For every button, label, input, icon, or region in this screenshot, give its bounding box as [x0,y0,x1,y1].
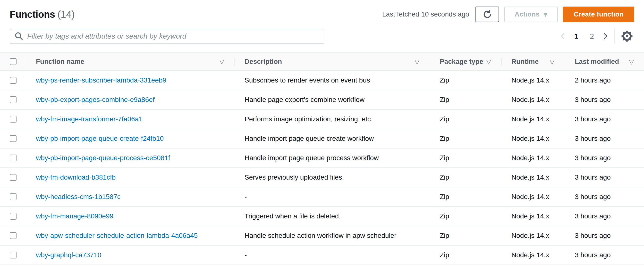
column-header-package-type[interactable]: Package type ▽ [430,53,501,70]
select-all-checkbox[interactable] [10,58,16,65]
function-name-link[interactable]: wby-pb-export-pages-combine-e9a86ef [36,96,155,103]
last-modified-cell: 3 hours ago [564,193,644,201]
search-input[interactable] [27,29,324,43]
column-header-description[interactable]: Description ▽ [234,53,430,70]
package-type-cell: Zip [430,96,501,104]
row-checkbox[interactable] [10,174,16,181]
page-number-2[interactable]: 2 [586,32,598,40]
functions-table: Function name ▽ Description ▽ Package ty… [0,52,644,265]
column-header-runtime[interactable]: Runtime ▽ [501,53,564,70]
last-modified-cell: 3 hours ago [564,251,644,259]
column-header-function-name[interactable]: Function name ▽ [26,53,234,70]
row-checkbox[interactable] [10,116,16,123]
row-checkbox-cell [0,71,26,90]
description-cell: Handle import page queue create workflow [234,135,430,142]
description-cell: Serves previously uploaded files. [234,174,430,181]
search-icon [14,31,24,41]
runtime-cell: Node.js 14.x [501,193,564,201]
function-name-link[interactable]: wby-pb-import-page-queue-create-f24fb10 [36,135,164,142]
row-checkbox-cell [0,90,26,109]
row-checkbox[interactable] [10,96,16,103]
table-row: wby-apw-scheduler-schedule-action-lambda… [0,226,644,246]
table-row: wby-fm-download-b381cfb Serves previousl… [0,168,644,187]
column-header-last-modified[interactable]: Last modified ▽ [564,53,644,70]
function-name-link[interactable]: wby-ps-render-subscriber-lambda-331eeb9 [36,76,166,84]
function-name-link[interactable]: wby-fm-manage-8090e99 [36,212,114,220]
description-cell: Handle page export's combine workflow [234,96,430,104]
runtime-cell: Node.js 14.x [501,174,564,181]
table-row: wby-graphql-ca73710 - Zip Node.js 14.x 3… [0,246,644,265]
row-checkbox[interactable] [10,193,16,200]
row-checkbox[interactable] [10,135,16,142]
page-number-1[interactable]: 1 [570,32,582,40]
settings-button[interactable] [620,29,634,43]
table-row: wby-pb-import-page-queue-process-ce5081f… [0,149,644,168]
create-function-label: Create function [574,10,624,18]
package-type-cell: Zip [430,154,501,162]
actions-button[interactable]: Actions ▼ [504,6,558,22]
description-cell: Subscribes to render events on event bus [234,76,430,84]
function-name-link[interactable]: wby-headless-cms-1b1587c [36,193,121,201]
function-name-link[interactable]: wby-graphql-ca73710 [36,251,101,259]
description-cell: - [234,251,430,259]
pagination-divider [614,29,615,44]
table-header-checkbox-cell [0,53,26,70]
column-header-label: Description [244,58,282,65]
column-header-label: Runtime [512,58,538,65]
column-header-label: Package type [440,58,483,65]
last-fetched-text: Last fetched 10 seconds ago [382,10,469,18]
runtime-cell: Node.js 14.x [501,135,564,142]
column-header-label: Last modified [575,58,619,65]
row-checkbox[interactable] [10,77,16,84]
last-modified-cell: 3 hours ago [564,154,644,162]
pagination: 1 2 [557,29,634,44]
row-checkbox-cell [0,187,26,206]
function-name-link[interactable]: wby-fm-image-transformer-7fa06a1 [36,115,142,123]
refresh-button[interactable] [476,6,499,22]
row-checkbox[interactable] [10,232,16,239]
sort-icon: ▽ [486,58,491,65]
function-name-link[interactable]: wby-fm-download-b381cfb [36,174,116,181]
description-cell: Triggered when a file is deleted. [234,212,430,220]
table-row: wby-fm-image-transformer-7fa06a1 Perform… [0,110,644,129]
caret-down-icon: ▼ [544,11,548,17]
last-modified-cell: 3 hours ago [564,135,644,142]
last-modified-cell: 3 hours ago [564,174,644,181]
page-title-text: Functions [10,9,55,20]
last-modified-cell: 3 hours ago [564,232,644,240]
runtime-cell: Node.js 14.x [501,232,564,240]
package-type-cell: Zip [430,193,501,201]
page-title: Functions(14) [10,9,75,20]
chevron-left-icon[interactable] [557,30,568,42]
description-cell: Performs image optimization, resizing, e… [234,115,430,123]
runtime-cell: Node.js 14.x [501,154,564,162]
last-modified-cell: 3 hours ago [564,96,644,104]
table-header-row: Function name ▽ Description ▽ Package ty… [0,52,644,71]
row-checkbox[interactable] [10,252,16,259]
package-type-cell: Zip [430,76,501,84]
table-row: wby-headless-cms-1b1587c - Zip Node.js 1… [0,187,644,207]
row-checkbox-cell [0,207,26,226]
row-checkbox[interactable] [10,213,16,220]
row-checkbox-cell [0,129,26,148]
sort-icon: ▽ [629,58,634,65]
chevron-right-icon[interactable] [600,30,611,42]
create-function-button[interactable]: Create function [563,6,634,22]
table-row: wby-fm-manage-8090e99 Triggered when a f… [0,207,644,226]
function-name-link[interactable]: wby-apw-scheduler-schedule-action-lambda… [36,232,198,239]
runtime-cell: Node.js 14.x [501,76,564,84]
row-checkbox-cell [0,226,26,245]
row-checkbox[interactable] [10,155,16,161]
package-type-cell: Zip [430,115,501,123]
row-checkbox-cell [0,110,26,129]
package-type-cell: Zip [430,212,501,220]
table-row: wby-ps-render-subscriber-lambda-331eeb9 … [0,71,644,90]
sort-icon: ▽ [415,58,420,65]
runtime-cell: Node.js 14.x [501,251,564,259]
column-header-label: Function name [36,58,84,65]
row-checkbox-cell [0,246,26,265]
row-checkbox-cell [0,149,26,167]
actions-button-label: Actions [514,10,540,18]
function-name-link[interactable]: wby-pb-import-page-queue-process-ce5081f [36,154,170,162]
last-modified-cell: 2 hours ago [564,76,644,84]
